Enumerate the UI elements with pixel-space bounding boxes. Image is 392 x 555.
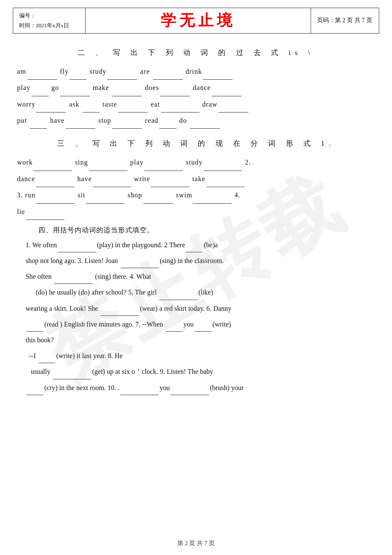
blank-ex2-be[interactable] xyxy=(186,252,203,252)
header-left: 编号： 时间：2021年x月x日 xyxy=(13,8,86,33)
blank-draw[interactable] xyxy=(219,112,248,113)
section2-row4: put have stop read do xyxy=(17,113,375,129)
exercise-line10: (cry) in the next room. 10. .you(brush) … xyxy=(26,380,366,395)
blank-ex7-write[interactable] xyxy=(195,331,212,332)
blank-shop[interactable] xyxy=(143,203,173,204)
blank-ex3-sing2[interactable] xyxy=(54,283,92,284)
header-page-info: 页码：第 2 页 共 7 页 xyxy=(317,17,372,24)
section2-row2: play go make does dance xyxy=(17,80,375,96)
blank-swim[interactable] xyxy=(193,203,231,204)
blank-ex8-write[interactable] xyxy=(38,363,55,363)
section3-heading: 三 、 写 出 下 列 动 词 的 现 在 分 词 形 式 1. xyxy=(13,136,379,151)
blank-put[interactable] xyxy=(30,128,47,129)
exercise-line6: (read ) English five minutes ago. 7. --W… xyxy=(26,317,366,332)
header-title: 学无止境 xyxy=(161,10,236,31)
blank-stop[interactable] xyxy=(112,128,142,129)
exercise-line7: this book? xyxy=(26,332,366,347)
header: 编号： 时间：2021年x月x日 学无止境 页码：第 2 页 共 7 页 xyxy=(13,8,379,34)
exercise-line3: She often (sing) there. 4. What xyxy=(26,269,366,284)
exercise-line1: 1. We often(play) in the playgound. 2 Th… xyxy=(26,237,366,252)
section3-row2: dance have write take xyxy=(17,171,375,187)
blank-ex7-you[interactable] xyxy=(166,331,183,332)
blank-ex10-brush[interactable] xyxy=(170,395,209,395)
blank-lie[interactable] xyxy=(26,220,64,220)
blank-ex6-wear[interactable] xyxy=(101,315,139,316)
blank-have[interactable] xyxy=(66,128,95,129)
blank-read[interactable] xyxy=(159,128,176,129)
exercise-line4: (do) he usually (do) after school? 5. Th… xyxy=(26,285,366,300)
blank-ex10-you[interactable] xyxy=(120,395,159,395)
blank-do[interactable] xyxy=(190,128,220,129)
header-center: 学无止境 xyxy=(86,8,311,33)
exercise-line9: usually (get) up at six o＇clock. 9. List… xyxy=(26,364,366,379)
footer: 第 2 页 共 7 页 xyxy=(0,540,392,547)
header-date-label: 时间：2021年x月x日 xyxy=(19,20,79,30)
section4-heading: 四、用括号内动词的适当形式填空。 xyxy=(38,226,379,235)
section4-content: 1. We often(play) in the playgound. 2 Th… xyxy=(26,237,366,395)
section3-row1: work sing play study 2. xyxy=(17,154,375,171)
section2-row3: worry ask taste eat draw xyxy=(17,96,375,113)
content-area: 二 、 写 出 下 列 动 词 的 过 去 式 is \ am fly stud… xyxy=(13,34,379,402)
blank-ex9-get[interactable] xyxy=(53,379,91,379)
blank-ex5-like[interactable] xyxy=(159,300,198,300)
blank-ex10-cry[interactable] xyxy=(26,395,43,395)
exercise-line5: wearing a skirt. Look! She (wear) a red … xyxy=(26,301,366,316)
section3-row4: lie xyxy=(17,204,375,220)
blank-ex6-read[interactable] xyxy=(26,331,43,332)
header-right: 页码：第 2 页 共 7 页 xyxy=(311,8,379,33)
section2-heading: 二 、 写 出 下 列 动 词 的 过 去 式 is \ xyxy=(13,46,379,60)
footer-page: 第 2 页 共 7 页 xyxy=(177,540,215,546)
header-id-label: 编号： xyxy=(19,11,79,20)
exercise-line8: --I (write) it last year. 8. He xyxy=(26,348,366,363)
blank-ex1-play[interactable] xyxy=(58,252,96,252)
section3-row3: 3. run sit shop swim 4. xyxy=(17,187,375,203)
exercise-line2: shop not long ago. 3. Listen! Joan (sing… xyxy=(26,253,366,268)
blank-ex3-sing[interactable] xyxy=(121,268,159,268)
blank-sit[interactable] xyxy=(86,203,124,204)
section2-row1: am fly study are drink xyxy=(17,64,375,80)
